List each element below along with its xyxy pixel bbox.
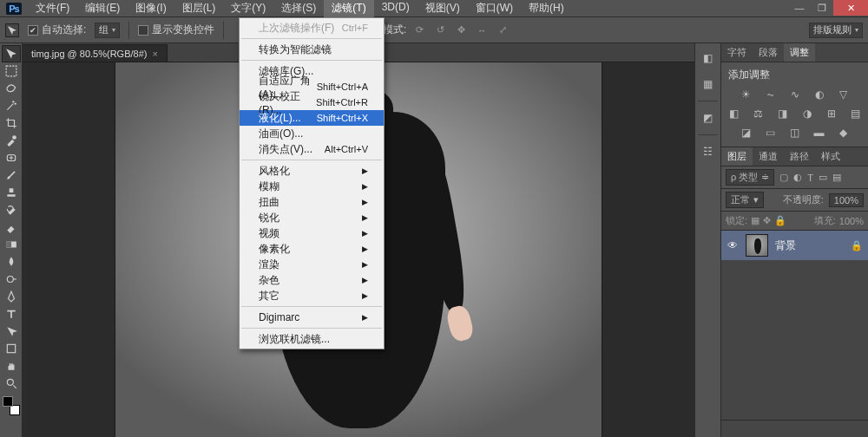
- filter-shape-icon[interactable]: ▭: [819, 172, 827, 183]
- selective-icon[interactable]: ◆: [836, 126, 852, 140]
- swatches-panel-icon[interactable]: ☷: [699, 142, 718, 161]
- visibility-icon[interactable]: 👁: [727, 239, 739, 251]
- fgbg-swatch[interactable]: [2, 395, 21, 416]
- bw-icon[interactable]: ◨: [775, 107, 791, 121]
- photo-filter-icon[interactable]: ◑: [799, 107, 815, 121]
- 3d-orbit-icon[interactable]: ⟳: [411, 23, 427, 38]
- tab-layers[interactable]: 图层: [721, 147, 753, 166]
- filter-video[interactable]: 视频▶: [240, 225, 384, 241]
- type-tool[interactable]: [2, 305, 21, 323]
- posterize-icon[interactable]: ▭: [763, 126, 779, 140]
- auto-select-checkbox[interactable]: 自动选择:: [28, 23, 86, 37]
- zoom-tool[interactable]: [2, 375, 21, 392]
- lasso-tool[interactable]: [2, 80, 21, 97]
- tab-paragraph[interactable]: 段落: [753, 43, 784, 62]
- menu-edit[interactable]: 编辑(E): [77, 0, 128, 17]
- threshold-icon[interactable]: ◫: [787, 126, 803, 140]
- filter-browse-online[interactable]: 浏览联机滤镜...: [240, 331, 384, 347]
- filter-digimarc[interactable]: Digimarc▶: [240, 310, 384, 325]
- lock-all-icon[interactable]: 🔒: [774, 215, 786, 226]
- healing-tool[interactable]: [2, 149, 21, 166]
- window-close[interactable]: ✕: [833, 0, 868, 16]
- filter-adjust-icon[interactable]: ◐: [793, 172, 802, 183]
- filter-vanishing-point[interactable]: 消失点(V)...Alt+Ctrl+V: [240, 141, 384, 157]
- gradient-tool[interactable]: [2, 236, 21, 253]
- document-tab[interactable]: timg.jpg @ 80.5%(RGB/8#) ×: [23, 44, 168, 62]
- 3d-pan-icon[interactable]: ✥: [453, 23, 469, 38]
- brush-tool[interactable]: [2, 166, 21, 184]
- filter-convert-smart[interactable]: 转换为智能滤镜: [240, 42, 384, 57]
- curves-icon[interactable]: ∿: [787, 88, 803, 101]
- tab-paths[interactable]: 路径: [784, 147, 815, 166]
- crop-tool[interactable]: [2, 114, 21, 132]
- 3d-scale-icon[interactable]: ⤢: [495, 23, 510, 38]
- tab-channels[interactable]: 通道: [753, 147, 784, 166]
- menu-window[interactable]: 窗口(W): [468, 0, 521, 17]
- filter-sharpen[interactable]: 锐化▶: [240, 210, 384, 225]
- arrange-dropdown[interactable]: 排版规则▾: [809, 23, 863, 38]
- 3d-slide-icon[interactable]: ↔: [474, 23, 490, 38]
- brightness-icon[interactable]: ☀: [739, 88, 754, 101]
- path-select-tool[interactable]: [2, 323, 21, 340]
- filter-oil-paint[interactable]: 油画(O)...: [240, 126, 384, 141]
- menu-select[interactable]: 选择(S): [273, 0, 324, 17]
- tab-styles[interactable]: 样式: [815, 147, 846, 166]
- lut-icon[interactable]: ▤: [848, 107, 864, 121]
- filter-stylize[interactable]: 风格化▶: [240, 163, 384, 179]
- filter-pixelate[interactable]: 像素化▶: [240, 241, 384, 257]
- menu-filter[interactable]: 滤镜(T): [324, 0, 373, 17]
- invert-icon[interactable]: ◪: [739, 126, 754, 140]
- stamp-tool[interactable]: [2, 184, 21, 201]
- filter-smart-icon[interactable]: ▤: [832, 172, 841, 183]
- blur-tool[interactable]: [2, 253, 21, 271]
- filter-distort[interactable]: 扭曲▶: [240, 194, 384, 210]
- balance-icon[interactable]: ⚖: [751, 107, 766, 121]
- menu-layer[interactable]: 图层(L): [174, 0, 224, 17]
- magic-wand-tool[interactable]: [2, 97, 21, 114]
- hsb-icon[interactable]: ◧: [727, 107, 742, 121]
- filter-blur[interactable]: 模糊▶: [240, 179, 384, 194]
- filter-render[interactable]: 渲染▶: [240, 257, 384, 272]
- tab-adjustments[interactable]: 调整: [784, 43, 815, 62]
- auto-select-dropdown[interactable]: 组▾: [95, 23, 120, 38]
- exposure-icon[interactable]: ◐: [812, 88, 827, 101]
- lock-position-icon[interactable]: ✥: [763, 215, 771, 226]
- layer-kind-dropdown[interactable]: ρ 类型≑: [726, 169, 774, 186]
- dodge-tool[interactable]: [2, 271, 21, 288]
- channel-mixer-icon[interactable]: ⊞: [824, 107, 839, 121]
- actions-panel-icon[interactable]: ▦: [699, 75, 718, 94]
- filter-noise[interactable]: 杂色▶: [240, 272, 384, 288]
- blend-mode-dropdown[interactable]: 正常▾: [726, 192, 764, 208]
- levels-icon[interactable]: ⏦: [763, 88, 779, 101]
- layer-thumbnail[interactable]: [746, 234, 768, 257]
- move-tool[interactable]: [2, 45, 21, 62]
- marquee-tool[interactable]: [2, 62, 21, 80]
- pen-tool[interactable]: [2, 288, 21, 305]
- tool-preset-icon[interactable]: [5, 23, 19, 37]
- filter-last[interactable]: 上次滤镜操作(F)Ctrl+F: [240, 20, 384, 36]
- history-panel-icon[interactable]: ◧: [699, 49, 718, 68]
- tab-character[interactable]: 字符: [721, 43, 753, 62]
- filter-lens-correction[interactable]: 镜头校正(R)...Shift+Ctrl+R: [240, 95, 384, 110]
- close-icon[interactable]: ×: [152, 49, 157, 59]
- opacity-field[interactable]: 100%: [829, 193, 864, 207]
- shape-tool[interactable]: [2, 340, 21, 357]
- filter-type-icon[interactable]: T: [807, 173, 813, 183]
- gradientmap-icon[interactable]: ▬: [812, 126, 827, 140]
- window-restore[interactable]: ❐: [811, 0, 833, 16]
- properties-panel-icon[interactable]: ◩: [699, 108, 718, 127]
- menu-file[interactable]: 文件(F): [28, 0, 77, 17]
- lock-pixels-icon[interactable]: ▦: [751, 215, 760, 226]
- menu-type[interactable]: 文字(Y): [223, 0, 273, 17]
- history-brush-tool[interactable]: [2, 201, 21, 218]
- vibrance-icon[interactable]: ▽: [836, 88, 852, 101]
- eraser-tool[interactable]: [2, 218, 21, 236]
- filter-pixel-icon[interactable]: ▢: [779, 172, 788, 183]
- menu-3d[interactable]: 3D(D): [374, 0, 418, 17]
- show-transform-checkbox[interactable]: 显示变换控件: [138, 23, 214, 37]
- window-minimize[interactable]: —: [788, 0, 811, 16]
- layer-row[interactable]: 👁 背景 🔒: [721, 231, 868, 260]
- menu-image[interactable]: 图像(I): [128, 0, 174, 17]
- menu-help[interactable]: 帮助(H): [521, 0, 572, 17]
- hand-tool[interactable]: [2, 357, 21, 375]
